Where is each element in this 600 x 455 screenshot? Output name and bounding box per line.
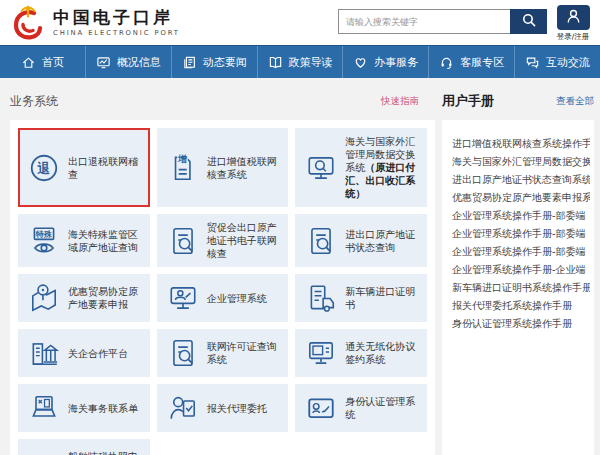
business-system-card[interactable]: 企业管理系统 [157, 274, 289, 322]
search-input[interactable] [338, 9, 510, 34]
business-system-card[interactable]: 优惠贸易协定原产地要素申报 [18, 274, 150, 322]
overview-icon [96, 55, 111, 70]
search-button[interactable] [510, 9, 547, 34]
system-label: 进口增值税联网核查系统 [207, 155, 280, 181]
nav-item-overview[interactable]: 概况信息 [86, 46, 172, 78]
nav-item-services-heart[interactable]: 办事服务 [343, 46, 429, 78]
main-nav: 首页 概况信息 动态要闻 政策导读 办事服务 客服专区 互动交流 [0, 45, 600, 78]
system-label: 海关与国家外汇管理局数据交换系统（原进口付汇、出口收汇系统） [345, 135, 418, 200]
business-system-card[interactable]: 通关无纸化协议签约系统 [295, 329, 427, 377]
system-label: 船舶吨税执照申请 [68, 450, 141, 455]
business-system-card[interactable]: 报关代理委托 [157, 384, 289, 432]
nav-label: 互动交流 [546, 55, 590, 70]
login-area: 登录/注册 [553, 5, 593, 42]
business-system-card[interactable]: 新车辆进口证明书 [295, 274, 427, 322]
manual-link[interactable]: 身份认证管理系统操作手册 [452, 315, 590, 333]
business-system-card[interactable]: 贸促会出口原产地证书电子联网核查 [157, 214, 289, 267]
manual-link[interactable]: 报关代理委托系统操作手册 [452, 297, 590, 315]
system-label: 进出口原产地证书状态查询 [345, 228, 418, 254]
manual-link[interactable]: 优惠贸易协定原产地要素申报系统 [452, 189, 590, 207]
site-subtitle: CHINA ELECTRONIC PORT [53, 29, 180, 37]
home-icon [21, 55, 36, 70]
certificate-search-icon [304, 225, 338, 257]
user-manual-list: 进口增值税联网核查系统操作手册海关与国家外汇管理局数据交换系进出口原产地证书状态… [452, 135, 590, 333]
nav-label: 办事服务 [374, 55, 418, 70]
manual-link[interactable]: 企业管理系统操作手册-部委端 [452, 225, 590, 243]
business-system-card[interactable]: 身份认证管理系统 [295, 384, 427, 432]
business-systems-grid: 退 出口退税联网稽查 增 进口增值税联网核查系统 海关与国家外汇管理局数据交换系… [18, 128, 427, 455]
customs-laptop-icon [27, 392, 61, 424]
user-icon [564, 7, 583, 29]
svg-text:增: 增 [177, 153, 187, 163]
manual-link[interactable]: 海关与国家外汇管理局数据交换系 [452, 153, 590, 171]
system-label: 报关代理委托 [207, 402, 267, 415]
system-label: 联网许可证查询系统 [207, 340, 280, 366]
special-supervision-eye-icon: 特殊 [27, 225, 61, 257]
business-systems-panel: 退 出口退税联网稽查 增 进口增值税联网核查系统 海关与国家外汇管理局数据交换系… [10, 120, 435, 455]
business-system-card[interactable]: 增 进口增值税联网核查系统 [157, 128, 289, 207]
map-pin-declare-icon [27, 282, 61, 314]
site-logo[interactable]: 中国电子口岸 CHINA ELECTRONIC PORT [10, 4, 180, 42]
paperless-monitor-icon [304, 337, 338, 369]
business-system-card[interactable]: 关企合作平台 [18, 329, 150, 377]
site-title: 中国电子口岸 [53, 8, 180, 27]
business-system-card[interactable]: 特殊 海关特殊监管区域原产地证查询 [18, 214, 150, 267]
news-icon [182, 55, 197, 70]
support-headset-icon [439, 55, 454, 70]
certificate-search-icon [166, 225, 200, 257]
section-header: 业务系统 快速指南 用户手册 查看全部 [0, 78, 600, 120]
view-all-link[interactable]: 查看全部 [556, 95, 594, 108]
user-account-button[interactable] [557, 5, 590, 30]
quick-guide-link[interactable]: 快速指南 [381, 95, 419, 108]
nav-label: 概况信息 [117, 55, 161, 70]
customs-enterprise-building-icon [27, 337, 61, 369]
business-system-card[interactable]: 海关事务联系单 [18, 384, 150, 432]
system-label: 通关无纸化协议签约系统 [345, 340, 418, 366]
system-label: 关企合作平台 [68, 347, 128, 360]
policy-book-icon [268, 55, 283, 70]
search-icon [521, 12, 537, 31]
interaction-chat-icon [525, 55, 540, 70]
certificate-search-icon [166, 337, 200, 369]
svg-text:特殊: 特殊 [35, 229, 53, 238]
search-bar [338, 9, 547, 34]
business-systems-title: 业务系统 [10, 93, 58, 110]
business-system-card[interactable]: 船舶吨税执照申请 [18, 439, 150, 455]
ship-tonnage-icon [27, 447, 61, 455]
nav-label: 客服专区 [460, 55, 504, 70]
svg-text:退: 退 [37, 160, 51, 175]
system-label: 企业管理系统 [207, 292, 267, 305]
nav-item-home[interactable]: 首页 [0, 46, 86, 78]
nav-item-interaction-chat[interactable]: 互动交流 [515, 46, 600, 78]
site-header: 中国电子口岸 CHINA ELECTRONIC PORT 登录/注册 [0, 0, 600, 45]
user-manual-panel: 进口增值税联网核查系统操作手册海关与国家外汇管理局数据交换系进出口原产地证书状态… [442, 120, 594, 455]
tax-refund-seal-icon: 退 [27, 152, 61, 184]
system-label: 海关事务联系单 [68, 402, 138, 415]
agent-clipboard-icon [166, 392, 200, 424]
nav-label: 首页 [42, 55, 64, 70]
business-system-card[interactable]: 联网许可证查询系统 [157, 329, 289, 377]
manual-link[interactable]: 企业管理系统操作手册-企业端 [452, 261, 590, 279]
system-label: 出口退税联网稽查 [68, 155, 141, 181]
business-system-card[interactable]: 退 出口退税联网稽查 [18, 128, 150, 207]
business-system-card[interactable]: 海关与国家外汇管理局数据交换系统（原进口付汇、出口收汇系统） [295, 128, 427, 207]
nav-item-news[interactable]: 动态要闻 [172, 46, 258, 78]
services-heart-icon [353, 55, 368, 70]
nav-item-policy-book[interactable]: 政策导读 [258, 46, 344, 78]
nav-item-support-headset[interactable]: 客服专区 [429, 46, 515, 78]
user-manual-title: 用户手册 [442, 92, 494, 110]
business-system-card[interactable]: 进出口原产地证书状态查询 [295, 214, 427, 267]
manual-link[interactable]: 进出口原产地证书状态查询系统操 [452, 171, 590, 189]
manual-link[interactable]: 进口增值税联网核查系统操作手册 [452, 135, 590, 153]
system-label: 新车辆进口证明书 [345, 285, 418, 311]
vehicle-import-doc-icon [304, 282, 338, 314]
manual-link[interactable]: 企业管理系统操作手册-部委端 [452, 207, 590, 225]
identity-card-icon [304, 392, 338, 424]
manual-link[interactable]: 新车辆进口证明书系统操作手册 [452, 279, 590, 297]
login-register-link[interactable]: 登录/注册 [553, 32, 593, 42]
manual-link[interactable]: 企业管理系统操作手册-部委端 [452, 243, 590, 261]
enterprise-monitor-icon [166, 282, 200, 314]
system-label: 优惠贸易协定原产地要素申报 [68, 285, 141, 311]
system-label: 贸促会出口原产地证书电子联网核查 [207, 221, 280, 260]
system-label: 海关特殊监管区域原产地证查询 [68, 228, 141, 254]
